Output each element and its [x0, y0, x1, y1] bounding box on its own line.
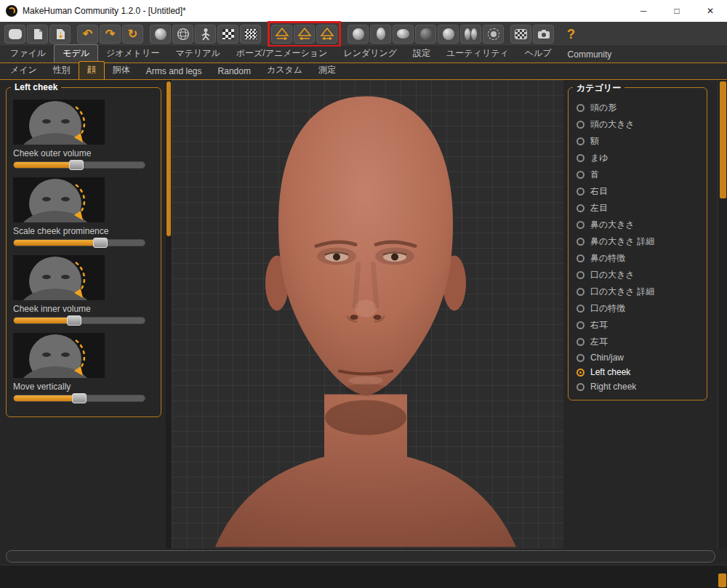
head-left-right-camera-icon	[465, 28, 477, 40]
load-button[interactable]	[27, 25, 48, 44]
sub-tab[interactable]: メイン	[2, 62, 45, 79]
close-button[interactable]: ✕	[694, 0, 727, 22]
grab-screen-button[interactable]	[510, 25, 531, 44]
redo-icon: ↷	[105, 28, 115, 40]
window-vertical-scrollbar[interactable]	[718, 80, 727, 549]
undo-button[interactable]: ↶	[77, 25, 98, 44]
main-tab[interactable]: ポーズ/アニメーション	[228, 45, 336, 63]
category-radio-item[interactable]: 鼻の大きさ 詳細	[575, 233, 700, 250]
left-panel-scrollbar[interactable]	[166, 80, 172, 549]
camera-preset-group	[348, 25, 504, 44]
slider-track[interactable]	[13, 161, 145, 169]
main-tab[interactable]: Community	[560, 47, 620, 63]
main-tab[interactable]: ユーティリティ	[438, 45, 517, 63]
category-radio-item[interactable]: 右目	[575, 183, 700, 200]
category-radio-item[interactable]: 頭の大きさ	[575, 116, 700, 133]
pose-icon	[200, 28, 212, 41]
category-radio-item[interactable]: 右耳	[575, 317, 700, 334]
slider-handle[interactable]	[93, 238, 108, 248]
head-front-camera-button[interactable]	[415, 25, 436, 44]
view-top-button[interactable]	[316, 25, 337, 44]
sub-tab[interactable]: 測定	[310, 62, 344, 79]
main-tab[interactable]: ヘルプ	[517, 45, 560, 63]
redo-button[interactable]: ↷	[100, 25, 121, 44]
radio-label: 口の大きさ 詳細	[590, 286, 654, 298]
sub-tab[interactable]: 胴体	[105, 62, 138, 79]
maximize-button[interactable]: □	[660, 0, 694, 22]
smooth-mesh-button[interactable]	[150, 25, 171, 44]
main-tab[interactable]: ファイル	[2, 45, 54, 63]
sub-tab[interactable]: Arms and legs	[138, 64, 210, 79]
category-radio-item[interactable]: 額	[575, 133, 700, 150]
left-cheek-groupbox: Left cheek	[6, 87, 161, 417]
left-panel: Left cheek	[0, 80, 166, 549]
category-radio-item[interactable]: 口の大きさ 詳細	[575, 283, 700, 300]
camera-button[interactable]	[533, 25, 554, 44]
radio-button-icon	[577, 137, 585, 145]
reset-camera-button[interactable]: ↻	[122, 25, 143, 44]
wireframe-button[interactable]	[172, 25, 193, 44]
main-tab[interactable]: マテリアル	[167, 45, 228, 63]
window-scrollbar-thumb[interactable]	[720, 81, 726, 198]
main-tab-bar: ファイルモデルジオメトリーマテリアルポーズ/アニメーションレンダリング設定ユーテ…	[0, 47, 727, 63]
category-radio-item[interactable]: Right cheek	[575, 379, 700, 394]
category-radio-item[interactable]: 首	[575, 166, 700, 183]
grid-toggle-button[interactable]	[217, 25, 238, 44]
face-front-camera-icon	[353, 28, 364, 40]
category-radio-item[interactable]: まゆ	[575, 150, 700, 166]
main-tab[interactable]: モデル	[54, 44, 98, 63]
left-panel-scrollbar-thumb[interactable]	[166, 81, 171, 236]
subdivision-toggle-button[interactable]	[240, 25, 261, 44]
window-title: MakeHuman Community 1.2.0 - [Untitled]*	[23, 6, 186, 16]
slider-handle[interactable]	[69, 160, 84, 170]
category-radio-item[interactable]: Left cheek	[575, 365, 700, 379]
slider-track[interactable]	[13, 317, 145, 324]
face-side-camera-button[interactable]	[370, 25, 391, 44]
slider-track[interactable]	[13, 395, 145, 402]
radio-label: Right cheek	[590, 382, 636, 392]
main-tab[interactable]: レンダリング	[335, 45, 405, 63]
slider-fill	[14, 395, 79, 401]
orbit-camera-button[interactable]	[483, 25, 504, 44]
category-radio-item[interactable]: 左耳	[575, 334, 700, 350]
minimize-button[interactable]: ─	[627, 0, 660, 22]
pose-button[interactable]	[195, 25, 216, 44]
category-radio-item[interactable]: 口の大きさ	[575, 267, 700, 283]
category-radio-item[interactable]: 口の特徴	[575, 300, 700, 317]
category-radio-item[interactable]: 鼻の大きさ	[575, 217, 700, 233]
head-back-camera-button[interactable]	[438, 25, 459, 44]
grab-screen-icon	[515, 29, 527, 39]
sub-tab[interactable]: カスタム	[259, 62, 310, 79]
bottom-scrollbar-thumb[interactable]	[718, 573, 726, 587]
category-groupbox: カテゴリー 頭の形 頭の大きさ 額 まゆ	[568, 87, 707, 400]
head-left-right-camera-button[interactable]	[460, 25, 481, 44]
grid-icon	[222, 29, 234, 39]
modifier-slider-item: Cheek inner volume	[13, 255, 154, 324]
face-top-camera-button[interactable]	[393, 25, 414, 44]
new-button[interactable]	[4, 25, 25, 44]
category-radio-item[interactable]: Chin/jaw	[575, 350, 700, 365]
radio-label: 左目	[590, 202, 608, 214]
view-front-button[interactable]	[271, 25, 292, 44]
save-icon	[55, 28, 66, 40]
view-side-button[interactable]	[294, 25, 315, 44]
face-front-camera-button[interactable]	[348, 25, 369, 44]
sub-tab[interactable]: 顔	[79, 61, 105, 79]
radio-button-icon	[577, 368, 585, 376]
viewport-3d[interactable]	[172, 80, 563, 549]
slider-handle[interactable]	[67, 315, 81, 326]
category-radio-item[interactable]: 頭の形	[575, 100, 700, 116]
main-tab[interactable]: 設定	[405, 45, 438, 63]
main-tab[interactable]: ジオメトリー	[98, 45, 167, 63]
slider-handle[interactable]	[72, 393, 87, 403]
save-button[interactable]	[49, 25, 71, 44]
radio-label: 右耳	[590, 319, 608, 331]
sub-tab[interactable]: 性別	[45, 62, 79, 79]
sub-tab[interactable]: Random	[210, 64, 259, 79]
help-button[interactable]: ?	[561, 25, 582, 44]
category-radio-item[interactable]: 左目	[575, 200, 700, 217]
radio-label: Left cheek	[590, 367, 630, 377]
new-document-icon	[8, 28, 23, 40]
slider-track[interactable]	[13, 239, 145, 246]
category-radio-item[interactable]: 鼻の特徴	[575, 250, 700, 267]
